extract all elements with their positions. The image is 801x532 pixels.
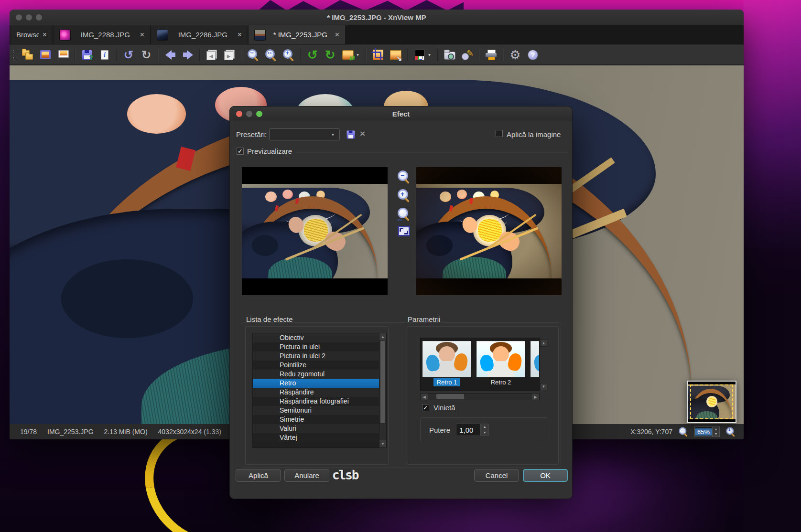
preview-zoom-in-button[interactable]: + [397,189,411,202]
gear-icon: ⚙ [509,49,520,61]
tab-browser[interactable]: Browser × [11,25,53,44]
rotate-right-button[interactable]: ↻ [323,48,337,62]
help-button[interactable]: ? [526,48,540,62]
effects-list-scrollbar[interactable]: ▲ ▼ [379,333,386,447]
dialog-titlebar[interactable]: Efect [230,106,572,121]
window-title: * IMG_2253.JPG - XnView MP [10,13,744,21]
effect-item[interactable]: Vârtej [253,433,386,442]
redo-button[interactable]: ↻ [139,48,153,62]
folders-icon [22,49,33,61]
effects-list[interactable]: Obiectiv Pictura in ulei Pictura in ulei… [252,333,387,448]
preview-zoom-original-button[interactable]: 1:1 [397,207,411,221]
tab-img-2288[interactable]: IMG_2288.JPG × [54,25,150,44]
fullscreen-button[interactable] [38,48,53,62]
close-tab-icon[interactable]: × [140,31,144,39]
apply-button[interactable]: Aplică [236,469,281,482]
effect-item[interactable]: Răspândire [253,388,386,397]
preview-checkbox[interactable]: ✓ [237,148,244,155]
zoom-level-value[interactable]: 65% [695,428,712,436]
variant-retro-2[interactable]: Retro 2 [476,341,525,386]
adjust-colors-button[interactable] [412,48,427,62]
scroll-up-icon[interactable]: ▲ [379,333,386,340]
close-tab-icon[interactable]: × [43,31,47,39]
effect-item[interactable]: Pictura in ulei 2 [253,351,386,361]
previous-image-button[interactable] [163,48,177,62]
previous-page-button[interactable]: ◀ [205,48,219,62]
spin-down-icon[interactable]: ▼ [713,432,719,436]
zoom-in-button[interactable]: + [281,48,296,62]
save-button[interactable]: ? [80,48,94,62]
delete-preset-button[interactable]: × [360,128,365,139]
edit-button[interactable]: ✎ [460,48,475,62]
zoom-in-status-icon[interactable]: + [726,427,736,437]
scrollbar-track[interactable] [428,394,532,400]
adjust-dropdown-caret[interactable]: ▾ [428,52,433,57]
variant-retro-1[interactable]: Retro 1 [422,341,471,386]
effect-item-selected[interactable]: Retro [253,379,386,388]
capture-button[interactable] [443,48,457,62]
apply-to-image-checkbox[interactable] [496,130,503,137]
crop-icon [373,50,383,60]
tab-img-2286[interactable]: IMG_2286.JPG × [151,25,248,44]
variants-horizontal-scrollbar[interactable]: ◀ ▶ [420,393,540,400]
strength-input[interactable] [456,424,481,436]
tab-img-2253-active[interactable]: * IMG_2253.JPG × [249,25,345,44]
effect-item[interactable]: Redu zgomotul [253,370,386,379]
print-button[interactable] [484,48,498,62]
close-tab-icon[interactable]: × [335,31,339,39]
next-image-button[interactable] [181,48,195,62]
convert-button[interactable]: ⇄ [341,48,355,62]
scroll-down-icon[interactable]: ▼ [379,440,386,447]
effect-item[interactable]: Simetrie [253,415,386,424]
scrollbar-thumb[interactable] [436,394,464,399]
next-page-button[interactable]: ▶ [222,48,237,62]
spin-up-icon[interactable]: ▲ [481,424,488,430]
navigator-view-rectangle[interactable] [690,384,733,419]
save-preset-button[interactable] [344,128,358,142]
resize-button[interactable]: ↘ [389,48,403,62]
rotate-left-button[interactable]: ↺ [305,48,320,62]
variant-strip[interactable]: Retro 1 Retro 2 [420,338,540,391]
zoom-out-button[interactable]: − [246,48,260,62]
effect-item[interactable]: Obiectiv [253,333,386,342]
strength-spinner[interactable]: ▲ ▼ [481,424,489,436]
effect-item[interactable]: Pointilize [253,361,386,370]
scroll-right-icon[interactable]: ▶ [532,394,539,400]
effect-item[interactable]: Valuri [253,424,386,433]
convert-dropdown-caret[interactable]: ▾ [357,52,361,57]
jacket-cuff [61,259,193,338]
cancel-button[interactable]: Cancel [474,469,519,482]
zoom-out-status-icon[interactable]: − [679,427,689,437]
presets-dropdown[interactable]: ▾ [269,128,340,140]
variants-scroll-up-button[interactable]: ▲ [540,340,547,347]
vignette-checkbox[interactable]: ✓ [422,404,429,411]
close-tab-icon[interactable]: × [238,31,242,39]
effect-item[interactable]: Pictura in ulei [253,342,386,351]
scrollbar-thumb[interactable] [380,341,385,423]
variant-partial[interactable] [530,341,539,377]
preview-fit-button[interactable] [398,226,410,236]
variants-scroll-down-button[interactable]: ▼ [540,383,547,390]
preview-zoom-out-button[interactable]: − [397,170,411,183]
ok-button[interactable]: OK [523,469,568,482]
info-button[interactable]: i [97,48,112,62]
anulare-button[interactable]: Anulare [284,469,329,482]
settings-button[interactable]: ⚙ [508,48,522,62]
toolbar-grip-handle[interactable] [12,49,17,61]
navigator-panel[interactable] [687,381,736,423]
crop-button[interactable] [371,48,385,62]
scroll-left-icon[interactable]: ◀ [421,394,428,400]
window-titlebar[interactable]: * IMG_2253.JPG - XnView MP [10,10,744,25]
preview-original[interactable] [242,167,388,295]
zoom-original-button[interactable]: 1:1 [264,48,278,62]
browser-button[interactable] [21,48,35,62]
undo-button[interactable]: ↺ [121,48,136,62]
spin-down-icon[interactable]: ▼ [481,430,488,436]
zoom-level-control[interactable]: 65% ▲ ▼ [694,426,720,437]
spin-up-icon[interactable]: ▲ [713,427,719,432]
preview-filtered[interactable] [416,167,562,295]
effect-item[interactable]: Semitonuri [253,406,386,415]
effect-item[interactable]: Răspândirea fotografiei [253,397,386,406]
zoom-spinner[interactable]: ▲ ▼ [712,427,719,436]
slideshow-button[interactable] [56,48,70,62]
